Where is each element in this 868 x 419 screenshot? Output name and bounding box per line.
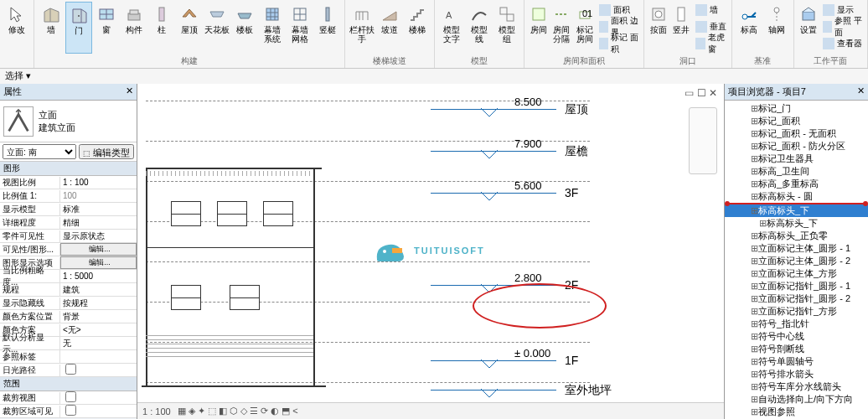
expand-icon[interactable]: ⊞ [750, 153, 758, 164]
level-value[interactable]: 8.500 [514, 96, 542, 108]
tree-node[interactable]: ⊞立面标记主体_方形 [725, 267, 868, 280]
ribbon-small-button[interactable]: 标记 面积 [599, 35, 640, 52]
prop-row[interactable]: 可见性/图形...编辑... [0, 243, 137, 256]
tree-node[interactable]: ⊞标高标头_下 [725, 204, 868, 217]
ribbon-shaft-button[interactable]: 竖井 [670, 2, 692, 54]
expand-icon[interactable]: ⊞ [750, 268, 758, 279]
expand-icon[interactable]: ⊞ [750, 141, 758, 152]
tree-node[interactable]: ⊞符号排水箭头 [725, 368, 868, 380]
expand-icon[interactable]: ⊞ [750, 394, 758, 405]
scale-display[interactable]: 1 : 100 [142, 406, 171, 416]
tree-node[interactable]: ⊞立面标记指针_方形 [725, 305, 868, 318]
prop-group[interactable]: 范围 [0, 377, 137, 391]
expand-icon[interactable]: ⊞ [750, 281, 758, 292]
expand-icon[interactable]: ⊞ [750, 344, 758, 354]
expand-icon[interactable]: ⊞ [750, 205, 758, 216]
close-icon[interactable]: ✕ [126, 85, 133, 98]
type-selector[interactable]: 立面 建筑立面 [0, 101, 137, 142]
level-name[interactable]: 屋檐 [565, 144, 588, 159]
ribbon-grid-button[interactable]: 轴网 [763, 2, 790, 54]
prop-row[interactable]: 视图比例1 : 100 [0, 176, 137, 189]
ribbon-stair-button[interactable]: 楼梯 [404, 2, 431, 54]
status-icons[interactable]: ▦ ◈ ✦ ⬚ ◧ ⬡ ◇ ☰ ⟳ ◐ ⬒ < [178, 406, 298, 416]
tree-node[interactable]: ⊞标高_卫生间 [725, 165, 868, 178]
tree-node[interactable]: ⊞立面标记指针_圆形 - 2 [725, 292, 868, 305]
level-name[interactable]: 屋顶 [565, 102, 588, 117]
ribbon-roof-button[interactable]: 屋顶 [176, 2, 203, 54]
tree-node[interactable]: ⊞标高标头_正负零 [725, 230, 868, 242]
ribbon-level-button[interactable]: 标高 [736, 2, 762, 54]
prop-row[interactable]: 裁剪视图 [0, 391, 137, 405]
tree-node[interactable]: ⊞立面标记指针_圆形 - 1 [725, 280, 868, 292]
ribbon-mullion-button[interactable]: 竖梃 [314, 2, 341, 54]
prop-row[interactable]: 裁剪区域可见 [0, 405, 137, 418]
expand-icon[interactable]: ⊞ [750, 128, 758, 139]
tree-node[interactable]: ⊞自动选择向上/向下方向 [725, 393, 868, 406]
expand-icon[interactable]: ⊞ [750, 331, 758, 342]
tree-node[interactable]: ⊞标记_门 [725, 102, 868, 115]
ribbon-small-button[interactable]: 老虎窗 [695, 35, 728, 52]
expand-icon[interactable]: ⊞ [750, 178, 758, 189]
expand-icon[interactable]: ⊞ [750, 356, 758, 367]
level-value[interactable]: 2.800 [514, 272, 542, 284]
prop-row[interactable]: 规程建筑 [0, 283, 137, 297]
ribbon-curtain-button[interactable]: 幕墙 系统 [259, 2, 286, 54]
close-icon[interactable]: ✕ [857, 85, 865, 98]
browser-tree[interactable]: ⊞标记_门⊞标记_面积⊞标记_面积 - 无面积⊞标记_面积 - 防火分区⊞标记卫… [725, 101, 868, 419]
prop-row[interactable]: 详细程度精细 [0, 216, 137, 230]
tree-node[interactable]: ⊞立面标记主体_圆形 - 2 [725, 255, 868, 267]
expand-icon[interactable]: ⊞ [750, 406, 758, 417]
tree-node[interactable]: ⊞立面标记主体_圆形 - 1 [725, 242, 868, 255]
ribbon-mline-button[interactable]: 模型 线 [466, 2, 493, 54]
expand-icon[interactable]: ⊞ [750, 381, 758, 392]
tree-node[interactable]: ⊞标记卫生器具 [725, 153, 868, 165]
select-dropdown[interactable]: 选择 ▾ [0, 69, 868, 84]
expand-icon[interactable]: ⊞ [750, 103, 758, 114]
instance-selector[interactable]: 立面: 南 [3, 144, 76, 159]
ribbon-small-button[interactable]: 墙 [695, 2, 728, 18]
ribbon-mtext-button[interactable]: A模型 文字 [438, 2, 465, 54]
expand-icon[interactable]: ⊞ [750, 230, 758, 241]
tree-node[interactable]: ⊞标高标头 - 圆 [725, 190, 868, 203]
ribbon-rsep-button[interactable]: 房间 分隔 [550, 2, 572, 54]
tree-node[interactable]: ⊞标高_多重标高 [725, 178, 868, 190]
expand-icon[interactable]: ⊞ [750, 369, 758, 380]
expand-icon[interactable]: ⊞ [750, 191, 758, 202]
tree-node[interactable]: ⊞标记_面积 - 无面积 [725, 127, 868, 140]
ribbon-set-button[interactable]: 设置 [798, 2, 819, 54]
prop-row[interactable]: 参照标签 [0, 350, 137, 364]
view-control-bar[interactable]: 1 : 100 ▦ ◈ ✦ ⬚ ◧ ⬡ ◇ ☰ ⟳ ◐ ⬒ < [137, 402, 724, 419]
edit-type-button[interactable]: ⬚ 编辑类型 [79, 144, 134, 159]
tree-node[interactable]: ⊞符号剖断线 [725, 343, 868, 355]
ribbon-floor-button[interactable]: 楼板 [231, 2, 258, 54]
prop-row[interactable]: 颜色方案位置背景 [0, 310, 137, 323]
ribbon-wall-button[interactable]: 墙 [38, 2, 65, 54]
expand-icon[interactable]: ⊞ [750, 116, 758, 127]
expand-icon[interactable]: ⊞ [750, 318, 758, 329]
expand-icon[interactable]: ⊞ [750, 256, 758, 266]
tree-node[interactable]: ⊞标记_面积 - 防火分区 [725, 140, 868, 153]
ribbon-small-button[interactable]: 查看器 [823, 35, 864, 52]
ribbon-rail-button[interactable]: 栏杆扶手 [349, 2, 375, 54]
level-name[interactable]: 1F [565, 354, 578, 367]
level-name[interactable]: 3F [565, 186, 578, 199]
tree-node[interactable]: ⊞视图参照 [725, 406, 868, 418]
prop-row[interactable]: 当比例粗略度...1 : 5000 [0, 270, 137, 283]
level-value[interactable]: ± 0.000 [514, 347, 550, 360]
level-name[interactable]: 室外地坪 [565, 383, 612, 398]
prop-group[interactable]: 图形 [0, 162, 137, 176]
ribbon-small-button[interactable]: 参照 平面 [823, 18, 864, 35]
expand-icon[interactable]: ⊞ [750, 306, 758, 317]
expand-icon[interactable]: ⊞ [750, 166, 758, 177]
ribbon-rtag-button[interactable]: 01标记 房间 [574, 2, 596, 54]
tree-node[interactable]: ⊞符号车库分水线箭头 [725, 380, 868, 393]
level-value[interactable]: 5.600 [514, 179, 542, 192]
expand-icon[interactable]: ⊞ [750, 293, 758, 304]
tree-node[interactable]: ⊞符号中心线 [725, 330, 868, 343]
level-value[interactable]: 7.900 [514, 137, 542, 150]
prop-row[interactable]: 默认分析显示...无 [0, 337, 137, 350]
ribbon-cursor-button[interactable]: 修改 [3, 2, 30, 54]
expand-icon[interactable]: ⊞ [758, 218, 767, 229]
drawing-canvas[interactable]: ▭ ☐ ✕ 8.500屋顶7.900屋檐5.6003F2.8002F± 0.00… [137, 84, 724, 419]
prop-row[interactable]: 零件可见性显示原状态 [0, 230, 137, 243]
